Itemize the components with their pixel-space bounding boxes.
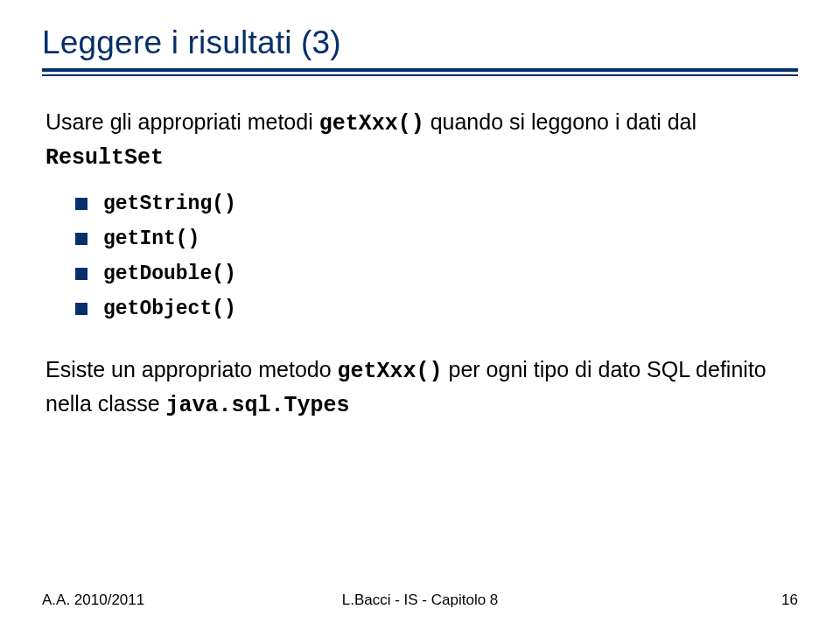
bullet-square-icon: [75, 303, 88, 315]
text: quando si leggono i dati dal: [424, 109, 696, 134]
slide-title: Leggere i risultati (3): [42, 24, 798, 61]
bullet-square-icon: [75, 268, 88, 280]
title-block: Leggere i risultati (3): [42, 24, 798, 76]
list-item: getString(): [75, 192, 789, 215]
footer-page-number: 16: [781, 592, 798, 609]
paragraph-1: Usare gli appropriati metodi getXxx() qu…: [46, 106, 789, 175]
content-area: Usare gli appropriati metodi getXxx() qu…: [42, 106, 798, 423]
list-item: getDouble(): [75, 262, 789, 285]
list-item: getObject(): [75, 298, 789, 320]
title-underline-thick: [42, 68, 798, 72]
footer-left: A.A. 2010/2011: [42, 592, 144, 609]
list-item: getInt(): [75, 228, 789, 250]
bullet-square-icon: [75, 233, 88, 245]
bullet-label: getDouble(): [103, 262, 236, 285]
bullet-square-icon: [75, 198, 88, 210]
text: Esiste un appropriato metodo: [46, 357, 338, 382]
bullet-label: getObject(): [103, 298, 236, 320]
slide: Leggere i risultati (3) Usare gli approp…: [0, 0, 840, 630]
bullet-label: getInt(): [103, 228, 200, 250]
code-inline: ResultSet: [46, 145, 164, 171]
footer-center: L.Bacci - IS - Capitolo 8: [342, 592, 499, 609]
bullet-label: getString(): [103, 192, 236, 215]
bullet-list: getString() getInt() getDouble() getObje…: [75, 192, 789, 320]
title-underline-thin: [42, 74, 798, 76]
code-inline: getXxx(): [338, 359, 443, 384]
paragraph-2: Esiste un appropriato metodo getXxx() pe…: [46, 354, 789, 423]
text: Usare gli appropriati metodi: [46, 109, 319, 134]
code-inline: java.sql.Types: [166, 393, 350, 418]
code-inline: getXxx(): [319, 111, 424, 136]
footer: A.A. 2010/2011 L.Bacci - IS - Capitolo 8…: [0, 592, 840, 609]
